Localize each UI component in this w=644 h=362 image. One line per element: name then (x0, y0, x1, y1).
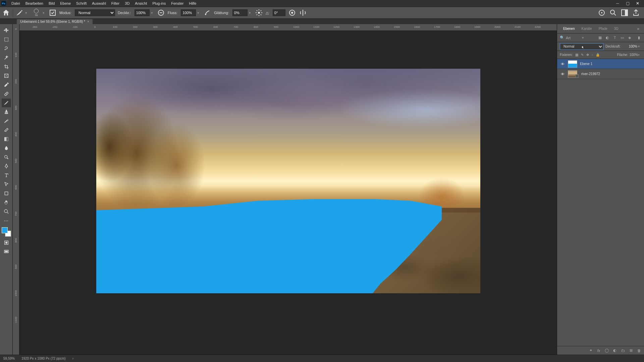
filter-adjust-icon[interactable]: ◐ (605, 36, 610, 40)
fill-value[interactable]: 100% (629, 53, 638, 57)
type-tool[interactable] (2, 171, 11, 180)
visibility-toggle[interactable]: 👁 (560, 62, 565, 66)
opacity-dropdown-icon[interactable]: ▾ (638, 44, 641, 49)
link-layers-icon[interactable]: ⚭ (588, 348, 593, 353)
layer-fx-icon[interactable]: fx (596, 349, 601, 353)
tab-kanaele[interactable]: Kanäle (578, 25, 595, 33)
path-select-tool[interactable] (2, 180, 11, 189)
zoom-tool[interactable] (2, 207, 11, 216)
menu-fenster[interactable]: Fenster (168, 0, 186, 6)
smoothing-slider-dropdown[interactable]: ▾ (249, 11, 252, 15)
menu-hilfe[interactable]: Hilfe (186, 0, 199, 6)
brush-picker-dropdown[interactable]: ▾ (43, 11, 46, 15)
delete-layer-icon[interactable]: 🗑 (637, 349, 641, 353)
close-tab-icon[interactable]: × (87, 20, 89, 23)
foreground-color-swatch[interactable] (2, 227, 8, 233)
menu-plugins[interactable]: Plug-ins (150, 0, 168, 6)
flow-input[interactable] (181, 9, 196, 16)
lock-all-icon[interactable]: 🔒 (596, 53, 600, 57)
horizontal-ruler[interactable]: -300 -200 -100 0 100 200 300 400 500 600… (19, 24, 557, 31)
tool-preset-dropdown[interactable]: ▾ (25, 11, 29, 15)
lock-artboard-icon[interactable]: ▫ (592, 53, 593, 57)
layer-name[interactable]: river-219972 (581, 72, 600, 76)
blur-tool[interactable] (2, 144, 11, 153)
canvas-viewport[interactable] (19, 31, 557, 355)
adjustment-layer-icon[interactable]: ◐ (612, 348, 617, 353)
brush-preview[interactable]: 76 (31, 8, 41, 18)
search-icon[interactable] (609, 9, 617, 17)
document-dimensions[interactable]: 1920 Px x 1080 Px (72 ppcm) (21, 357, 66, 360)
layer-name[interactable]: Ebene 1 (580, 62, 592, 66)
panel-menu-icon[interactable]: ≡ (635, 27, 641, 31)
menu-3d[interactable]: 3D (122, 0, 132, 6)
opacity-input[interactable] (135, 9, 150, 16)
layer-opacity-value[interactable]: 100% (629, 45, 637, 48)
menu-filter[interactable]: Filter (109, 0, 122, 6)
dodge-tool[interactable] (2, 153, 11, 162)
visibility-toggle[interactable]: 👁 (560, 72, 565, 76)
stamp-tool[interactable] (2, 108, 11, 116)
share-icon[interactable] (632, 9, 640, 17)
new-layer-icon[interactable]: ⊞ (629, 348, 633, 353)
edit-toolbar[interactable]: ⋯ (2, 216, 11, 225)
marquee-tool[interactable] (2, 35, 11, 44)
frame-tool[interactable] (2, 71, 11, 80)
move-tool[interactable] (2, 26, 11, 35)
brush-tool[interactable] (2, 99, 11, 107)
canvas[interactable] (96, 69, 480, 293)
flow-slider-dropdown[interactable]: ▾ (197, 11, 201, 15)
eraser-tool[interactable] (2, 126, 11, 134)
lock-paint-icon[interactable]: ✎ (581, 53, 584, 57)
home-icon[interactable] (2, 9, 10, 17)
minimize-button[interactable]: ─ (612, 0, 623, 7)
filter-dropdown-icon[interactable]: ▾ (582, 36, 585, 40)
layer-row[interactable]: 👁 river-219972 (557, 69, 644, 79)
lock-transparent-icon[interactable]: ▩ (575, 53, 578, 57)
filter-shape-icon[interactable]: ▭ (620, 36, 625, 40)
screen-mode-tool[interactable] (2, 247, 11, 256)
opacity-slider-dropdown[interactable]: ▾ (151, 11, 154, 15)
healing-tool[interactable] (2, 89, 11, 98)
filter-smart-icon[interactable]: ◈ (627, 36, 632, 40)
document-tab[interactable]: Unbenannt-1 bei 59,6% (Ebene 1, RGB/8) *… (17, 19, 93, 24)
tab-ebenen[interactable]: Ebenen (560, 25, 578, 33)
menu-schrift[interactable]: Schrift (73, 0, 89, 6)
smoothing-options-icon[interactable] (255, 9, 263, 17)
gradient-tool[interactable] (2, 135, 11, 143)
menu-ebene[interactable]: Ebene (57, 0, 73, 6)
workspace-icon[interactable] (621, 9, 629, 17)
layer-thumbnail[interactable] (568, 60, 577, 68)
angle-input[interactable] (273, 9, 285, 16)
shape-tool[interactable] (2, 189, 11, 198)
status-expand-icon[interactable]: › (72, 357, 73, 360)
filter-pixel-icon[interactable]: ▦ (598, 36, 602, 40)
hand-tool[interactable] (2, 198, 11, 207)
lock-position-icon[interactable]: ✥ (586, 53, 589, 57)
cloud-icon[interactable] (598, 9, 606, 17)
layer-blend-mode-select[interactable]: Normal (560, 43, 603, 50)
menu-ansicht[interactable]: Ansicht (132, 0, 150, 6)
pressure-size-icon[interactable] (288, 9, 296, 17)
airbrush-icon[interactable] (203, 9, 211, 17)
eyedropper-tool[interactable] (2, 80, 11, 89)
quick-mask-tool[interactable] (2, 238, 11, 247)
pressure-opacity-icon[interactable] (157, 9, 165, 17)
symmetry-icon[interactable] (299, 9, 307, 17)
zoom-level[interactable]: 59,59% (3, 357, 15, 360)
layer-filter-type[interactable]: 🔍 Art ▾ (560, 36, 585, 40)
brush-tool-icon[interactable] (16, 9, 24, 17)
crop-tool[interactable] (2, 62, 11, 71)
pen-tool[interactable] (2, 162, 11, 171)
wand-tool[interactable] (2, 53, 11, 62)
vertical-ruler[interactable]: 0 100 200 300 400 500 600 700 800 900 10… (13, 24, 19, 355)
color-swatches[interactable] (2, 227, 11, 237)
menu-auswahl[interactable]: Auswahl (89, 0, 109, 6)
fill-dropdown-icon[interactable]: ▾ (638, 53, 641, 57)
tab-pfade[interactable]: Pfade (595, 25, 611, 33)
layer-row[interactable]: 👁 Ebene 1 (557, 59, 644, 69)
menu-bild[interactable]: Bild (46, 0, 57, 6)
filter-type-icon[interactable]: T (612, 36, 617, 40)
history-brush-tool[interactable] (2, 117, 11, 125)
layer-group-icon[interactable]: 🗀 (621, 349, 625, 353)
brush-panel-icon[interactable] (49, 9, 57, 17)
